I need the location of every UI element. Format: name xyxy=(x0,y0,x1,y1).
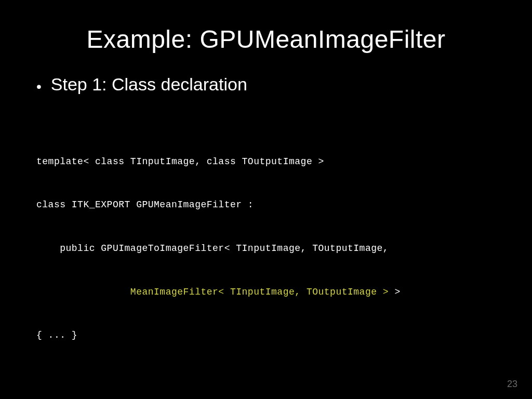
page-number: 23 xyxy=(507,379,517,390)
code-line: { ... } xyxy=(36,328,532,343)
code-line: template< class TInputImage, class TOutp… xyxy=(36,155,532,169)
bullet-text: Step 1: Class declaration xyxy=(51,74,247,95)
slide-title: Example: GPUMeanImageFilter xyxy=(0,25,532,54)
code-line: MeanImageFilter< TInputImage, TOutputIma… xyxy=(36,285,532,300)
code-line: class ITK_EXPORT GPUMeanImageFilter : xyxy=(36,198,532,212)
code-highlight: MeanImageFilter< TInputImage, TOutputIma… xyxy=(130,287,389,297)
bullet-icon: • xyxy=(36,79,42,94)
code-block: template< class TInputImage, class TOutp… xyxy=(0,126,532,372)
bullet-item: • Step 1: Class declaration xyxy=(0,74,532,95)
slide: Example: GPUMeanImageFilter • Step 1: Cl… xyxy=(0,0,532,399)
code-suffix: > xyxy=(389,287,401,297)
code-indent xyxy=(36,287,130,297)
code-line: public GPUImageToImageFilter< TInputImag… xyxy=(36,242,532,256)
